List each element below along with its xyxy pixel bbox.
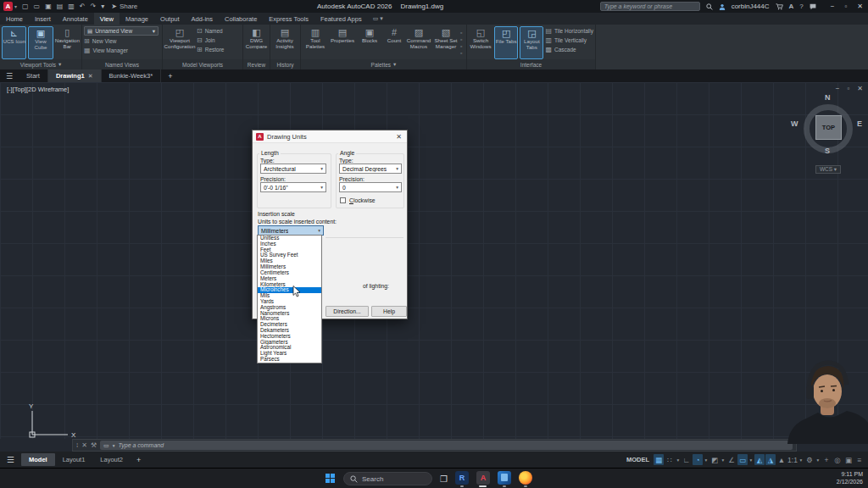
length-type-combo[interactable]: Architectural▾: [260, 164, 326, 174]
sheet-set-manager-button[interactable]: ▧ Sheet Set Manager: [433, 26, 459, 59]
annotation-scale-value[interactable]: 1:1: [787, 454, 798, 465]
tab-bunkie-week3[interactable]: Bunkie-Week3*: [102, 69, 162, 82]
help-icon[interactable]: ?: [799, 3, 803, 10]
tab-insert[interactable]: Insert: [29, 13, 57, 25]
unit-option[interactable]: Microns: [258, 316, 321, 322]
unit-option[interactable]: Yards: [258, 299, 321, 305]
close-tab-icon[interactable]: ✕: [88, 73, 93, 80]
taskbar-search-input[interactable]: Search: [343, 472, 432, 485]
layout-menu-icon[interactable]: ☰: [0, 455, 21, 464]
file-tab-menu-icon[interactable]: ☰: [0, 69, 19, 82]
windows-start-icon[interactable]: [326, 474, 336, 484]
grid-icon[interactable]: ▦: [654, 454, 664, 465]
workspace-caret-icon[interactable]: ▾: [815, 454, 821, 465]
view-combo[interactable]: ▤Unnamed View ▾: [84, 26, 159, 36]
count-button[interactable]: # Count: [384, 26, 404, 59]
save-icon[interactable]: ▣: [45, 3, 52, 10]
unit-option[interactable]: Gigameters: [258, 340, 321, 346]
properties-button[interactable]: ▤ Properties: [330, 26, 355, 59]
navigation-bar-button[interactable]: ▯ Navigation Bar: [55, 26, 80, 59]
unit-option[interactable]: Microinches: [258, 287, 321, 293]
open-icon[interactable]: ▭: [34, 3, 41, 10]
unit-option[interactable]: Angstroms: [258, 305, 321, 311]
tab-drawing1[interactable]: Drawing1 ✕: [48, 69, 102, 82]
view-cube-button[interactable]: ▣ View Cube: [28, 26, 53, 59]
doc-close-button[interactable]: ✕: [857, 85, 863, 92]
unit-option[interactable]: Dekameters: [258, 328, 321, 334]
autocad-logo-icon[interactable]: A: [3, 2, 13, 11]
tab-home[interactable]: Home: [0, 13, 29, 25]
viewcube-north[interactable]: N: [825, 93, 831, 102]
dialog-close-icon[interactable]: ✕: [396, 133, 403, 141]
tab-annotate[interactable]: Annotate: [57, 13, 94, 25]
viewport-configuration-button[interactable]: ◰ Viewport Configuration: [164, 26, 195, 59]
isometric-icon[interactable]: ◩: [709, 454, 720, 465]
annotation-autoscale-icon[interactable]: ◮: [765, 454, 776, 465]
unit-option[interactable]: Millimeters: [258, 264, 321, 270]
command-history-icon[interactable]: ▭: [103, 442, 109, 449]
wcs-dropdown[interactable]: WCS ▾: [815, 165, 841, 174]
restore-button-vp[interactable]: ⊞Restore: [197, 46, 224, 53]
customization-icon[interactable]: ≡: [854, 454, 865, 465]
length-precision-combo[interactable]: 0'-0 1/16"▾: [260, 182, 326, 192]
scale-caret-icon[interactable]: ▾: [798, 454, 804, 465]
file-tabs-button[interactable]: ◰ File Tabs: [494, 26, 518, 59]
blue-app[interactable]: [498, 471, 511, 487]
polar-caret-icon[interactable]: ▾: [704, 454, 709, 465]
unit-option[interactable]: Decimeters: [258, 322, 321, 328]
direction-button[interactable]: Direction...: [326, 306, 369, 317]
revit-app[interactable]: R: [455, 471, 469, 487]
iso-caret-icon[interactable]: ▾: [721, 454, 726, 465]
search-icon[interactable]: [706, 3, 713, 10]
hardware-accel-icon[interactable]: ▣: [843, 454, 854, 465]
panel-caret-icon[interactable]: ▾: [58, 61, 61, 68]
firefox-app[interactable]: [519, 471, 532, 487]
switch-windows-button[interactable]: ◱ Switch Windows: [469, 26, 492, 59]
unit-option[interactable]: Parsecs: [258, 357, 321, 363]
tab-featured-apps[interactable]: Featured Apps: [314, 13, 368, 25]
autodesk-a-icon[interactable]: A: [789, 3, 794, 10]
cascade-button[interactable]: ▩Cascade: [545, 46, 593, 53]
unit-option[interactable]: Light Years: [258, 351, 321, 357]
tab-manage[interactable]: Manage: [120, 13, 154, 25]
angle-type-combo[interactable]: Decimal Degrees▾: [339, 164, 402, 174]
unit-option[interactable]: Astronomical: [258, 345, 321, 351]
username[interactable]: corbinJ444C: [732, 3, 770, 10]
layout2-tab[interactable]: Layout2: [92, 453, 131, 466]
tab-output[interactable]: Output: [154, 13, 186, 25]
ortho-icon[interactable]: ∟: [682, 454, 692, 465]
unit-option[interactable]: Unitless: [258, 236, 321, 241]
unit-option[interactable]: Mils: [258, 293, 321, 299]
panel-caret-icon[interactable]: ▾: [393, 61, 396, 68]
clockwise-checkbox[interactable]: [340, 197, 346, 203]
doc-minimize-button[interactable]: −: [836, 85, 840, 92]
tab-view[interactable]: View: [94, 13, 120, 25]
unit-option[interactable]: Nanometers: [258, 311, 321, 317]
save-as-icon[interactable]: ▤: [57, 3, 64, 10]
viewcube-top-face[interactable]: TOP: [815, 115, 842, 140]
share-button[interactable]: ➤ Share: [111, 3, 137, 10]
doc-restore-button[interactable]: ▫: [847, 85, 849, 92]
viewcube-west[interactable]: W: [791, 119, 798, 128]
snap-caret-icon[interactable]: ▾: [676, 454, 681, 465]
plot-icon[interactable]: ▥: [68, 3, 75, 10]
help-search-input[interactable]: Type a keyword or phrase: [600, 2, 700, 11]
dwg-compare-button[interactable]: ◧ DWG Compare: [245, 26, 268, 59]
undo-icon[interactable]: ↶: [80, 3, 86, 10]
redo-icon[interactable]: ↷: [91, 3, 97, 10]
osnap-caret-icon[interactable]: ▾: [748, 454, 754, 465]
drawing-canvas[interactable]: [-][Top][2D Wireframe] − ▫ ✕ TOP N S W E…: [0, 82, 868, 439]
tool-palettes-button[interactable]: ▥ Tool Palettes: [303, 26, 328, 59]
autocad-app[interactable]: A: [476, 471, 490, 487]
layout-tabs-button[interactable]: ◲ Layout Tabs: [520, 26, 543, 59]
annotation-monitor-icon[interactable]: +: [821, 454, 832, 465]
snap-icon[interactable]: ∷: [665, 454, 675, 465]
angle-precision-combo[interactable]: 0▾: [339, 182, 402, 192]
ucs-icon-button[interactable]: ⊾ UCS Icon: [2, 26, 26, 59]
restore-button[interactable]: ▫: [844, 3, 847, 10]
new-drawing-icon[interactable]: +: [161, 69, 179, 82]
unit-option[interactable]: Kilometers: [258, 282, 321, 288]
polar-tracking-icon[interactable]: ◔: [693, 454, 703, 465]
unit-option[interactable]: US Survey Feet: [258, 252, 321, 258]
help-button[interactable]: Help: [371, 306, 407, 317]
